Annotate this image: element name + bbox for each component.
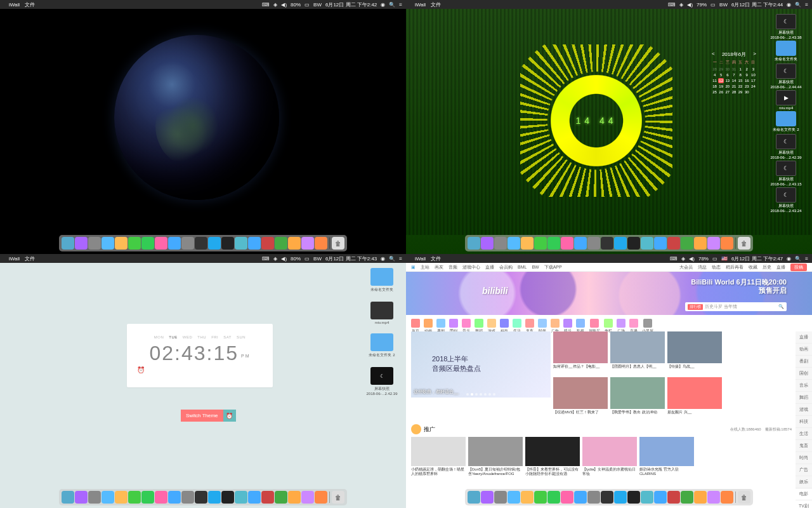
nav-item[interactable]: 大会员 (679, 264, 693, 271)
battery-icon[interactable]: ▭ (710, 2, 716, 8)
nav-item[interactable]: 画友 (435, 264, 443, 271)
search-hot-tag[interactable]: 排行榜 (688, 304, 703, 310)
input-icon[interactable]: ⌨ (668, 2, 676, 8)
dock-app-9[interactable] (587, 491, 600, 504)
dock-app-2[interactable] (494, 237, 507, 250)
promo-card[interactable]: 【lydia】女神温柔的水蜜桃仙日常妆 (582, 437, 637, 478)
dock-app-18[interactable] (301, 491, 314, 504)
app-name[interactable]: iWall (9, 2, 20, 8)
alarm-icon[interactable]: ⏰ (137, 366, 145, 373)
dock-app-0[interactable] (468, 237, 480, 250)
siri-icon[interactable]: ◉ (787, 256, 791, 262)
menu-file[interactable]: 文件 (431, 1, 441, 8)
dock-app-2[interactable] (494, 491, 507, 504)
sidebar-item[interactable]: TV剧 (796, 500, 812, 508)
dock-app-5[interactable] (534, 237, 547, 250)
dock-app-8[interactable] (574, 237, 587, 250)
menu-file[interactable]: 文件 (25, 255, 35, 262)
sidebar-item[interactable]: 生活 (796, 428, 812, 440)
promo-card[interactable]: 小奶猫踢足球，萌翻全场！喵星人的猫系世界杯 (411, 437, 466, 478)
desktop-file[interactable]: 未命名文件夹 2 (764, 111, 808, 133)
dock-app-10[interactable] (601, 237, 613, 250)
promo-card[interactable]: 【Don5】夏日短袖介绍特辑|包含Yeezy/Anodefrance/FOG (468, 437, 523, 478)
datetime[interactable]: 6月12日 周二 下午2:42 (325, 1, 377, 8)
battery-icon[interactable]: ▭ (304, 256, 310, 262)
nav-item[interactable]: 主站 (421, 264, 429, 271)
input-icon[interactable]: ⌨ (670, 256, 678, 262)
battery-icon[interactable]: ▭ (304, 2, 310, 8)
switch-theme-button[interactable]: Switch Theme ⏰ (181, 410, 236, 422)
dock-app-19[interactable] (315, 237, 327, 250)
right-sidebar[interactable]: 直播动画番剧国创音乐舞蹈游戏科技生活鬼畜时尚广告娱乐电影TV剧 (796, 331, 812, 489)
tv-icon[interactable]: ▣ (411, 265, 416, 270)
dock-app-6[interactable] (141, 491, 154, 504)
flag-icon[interactable]: 🇺🇸 (721, 256, 728, 262)
sidebar-item[interactable]: 鬼畜 (796, 440, 812, 452)
wifi-icon[interactable]: ◈ (273, 2, 277, 8)
desktop-file[interactable]: ▶mtv.mp4 (764, 90, 808, 110)
dock-app-4[interactable] (115, 237, 128, 250)
siri-icon[interactable]: ◉ (381, 2, 385, 8)
video-card[interactable]: 如何评价__作品？【电影__ (553, 331, 608, 375)
dock-app-2[interactable] (88, 237, 101, 250)
dock-app-11[interactable] (614, 491, 627, 504)
nav-item[interactable]: 稍后再看 (726, 264, 743, 271)
desktop-file[interactable]: 未命名文件夹 2 (364, 333, 400, 358)
nav-item[interactable]: 音频 (449, 264, 457, 271)
dock-app-0[interactable] (62, 237, 74, 250)
calendar-widget[interactable]: <2018年6月> 一二三四五六日28293031123456789101112… (712, 51, 756, 95)
bw-icon[interactable]: BW (313, 2, 322, 8)
sidebar-item[interactable]: 游戏 (796, 404, 812, 416)
sidebar-item[interactable]: 时尚 (796, 452, 812, 464)
trash-icon[interactable]: 🗑 (738, 491, 750, 504)
search-icon[interactable]: 🔍 (795, 2, 801, 8)
dock-app-3[interactable] (508, 491, 520, 504)
wifi-icon[interactable]: ◈ (273, 256, 277, 262)
dock-app-13[interactable] (641, 491, 653, 504)
dock-app-2[interactable] (88, 491, 101, 504)
sidebar-item[interactable]: 娱乐 (796, 476, 812, 488)
site-topnav[interactable]: ▣主站画友音频游戏中心直播会员购BMLBW下载APP大会员消息动态稍后再看收藏历… (406, 263, 812, 272)
search-icon[interactable]: 🔍 (778, 304, 784, 309)
dock-app-9[interactable] (587, 237, 600, 250)
search-icon[interactable]: 🔍 (389, 2, 395, 8)
input-icon[interactable]: ⌨ (262, 2, 270, 8)
dock-app-18[interactable] (707, 491, 720, 504)
promo-card[interactable]: 【抖音】来看世界杯，可以没有小姐姐陪伴但不能没有酒 (525, 437, 580, 478)
trash-icon[interactable]: 🗑 (738, 237, 750, 250)
alarm-toggle-icon[interactable]: ⏰ (223, 410, 236, 422)
cal-next-icon[interactable]: > (753, 51, 756, 58)
dock-app-10[interactable] (195, 237, 207, 250)
dock-app-7[interactable] (155, 237, 167, 250)
desktop-file[interactable]: 未命名文件夹 (764, 41, 808, 62)
dock-app-15[interactable] (261, 491, 274, 504)
dock-app-10[interactable] (195, 491, 207, 504)
nav-item[interactable]: 游戏中心 (462, 264, 480, 271)
sidebar-item[interactable]: 广告 (796, 464, 812, 476)
cal-prev-icon[interactable]: < (712, 51, 715, 58)
video-card[interactable]: 【特摄】鸟战__ (667, 331, 722, 375)
notification-icon[interactable]: ≡ (805, 256, 808, 262)
nav-item[interactable]: BML (518, 265, 527, 269)
dock-app-14[interactable] (654, 491, 667, 504)
dock-app-18[interactable] (301, 237, 314, 250)
nav-item[interactable]: 直播 (485, 264, 494, 271)
battery-icon[interactable]: ▭ (712, 256, 717, 262)
sidebar-item[interactable]: 番剧 (796, 356, 812, 368)
dock-app-5[interactable] (128, 237, 141, 250)
datetime[interactable]: 6月12日 周二 下午2:44 (731, 1, 783, 8)
menubar[interactable]: iWall 文件 ⌨ ◈ ◀) 80% ▭ BW 6月12日 周二 下午2:43… (0, 254, 406, 263)
dock-app-13[interactable] (641, 237, 653, 250)
dock-app-13[interactable] (235, 237, 247, 250)
dock[interactable]: 🗑 (465, 235, 753, 251)
dock-app-5[interactable] (534, 491, 547, 504)
dock-app-15[interactable] (667, 237, 680, 250)
desktop-file[interactable]: mtv.mp4 (364, 302, 400, 324)
nav-item[interactable]: 历史 (763, 264, 771, 271)
dock-app-1[interactable] (481, 491, 494, 504)
volume-icon[interactable]: ◀) (281, 2, 287, 8)
dock-app-16[interactable] (275, 491, 287, 504)
dock-app-17[interactable] (288, 237, 301, 250)
dock-app-11[interactable] (208, 237, 221, 250)
dock-app-3[interactable] (102, 237, 114, 250)
